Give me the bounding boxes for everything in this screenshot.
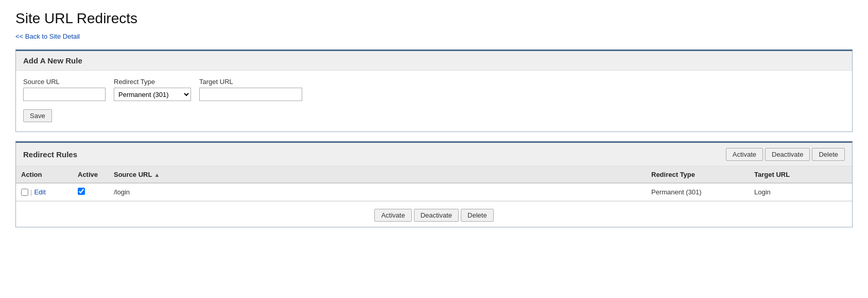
- top-activate-button[interactable]: Activate: [726, 148, 763, 161]
- rules-header-label: Redirect Rules: [23, 150, 77, 159]
- add-rule-form-row: Source URL Redirect Type Permanent (301)…: [23, 78, 845, 101]
- col-header-source: Source URL ▲: [109, 167, 646, 183]
- rules-table-head: Action Active Source URL ▲ Redirect Type…: [16, 167, 852, 183]
- rules-table-body: | Edit /login Permanent (301) Login: [16, 183, 852, 201]
- row-active-cell: [73, 183, 109, 201]
- separator: |: [30, 188, 32, 196]
- rules-header-row: Redirect Rules Activate Deactivate Delet…: [16, 143, 852, 167]
- top-deactivate-button[interactable]: Deactivate: [765, 148, 810, 161]
- redirect-type-select[interactable]: Permanent (301) Temporary (302): [114, 88, 191, 101]
- edit-link[interactable]: Edit: [34, 188, 45, 196]
- top-btn-group: Activate Deactivate Delete: [726, 148, 845, 161]
- row-action-cell: | Edit: [16, 183, 73, 201]
- col-header-action: Action: [16, 167, 73, 183]
- col-header-source-label: Source URL: [114, 171, 152, 178]
- source-url-group: Source URL: [23, 78, 106, 101]
- row-target-cell: Login: [749, 183, 852, 201]
- target-url-label: Target URL: [199, 78, 302, 86]
- row-checkbox[interactable]: [21, 189, 28, 196]
- table-row: | Edit /login Permanent (301) Login: [16, 183, 852, 201]
- add-rule-section: Add A New Rule Source URL Redirect Type …: [15, 49, 853, 132]
- col-header-target: Target URL: [749, 167, 852, 183]
- page-title: Site URL Redirects: [15, 10, 853, 27]
- bottom-deactivate-button[interactable]: Deactivate: [414, 209, 459, 222]
- add-rule-body: Source URL Redirect Type Permanent (301)…: [16, 71, 852, 131]
- source-url-label: Source URL: [23, 78, 106, 86]
- add-rule-header: Add A New Rule: [16, 51, 852, 71]
- redirect-rules-section: Redirect Rules Activate Deactivate Delet…: [15, 141, 853, 227]
- bottom-btn-row: Activate Deactivate Delete: [16, 201, 852, 227]
- target-url-input[interactable]: [199, 88, 302, 101]
- back-link[interactable]: << Back to Site Detail: [15, 32, 80, 40]
- sort-arrow-icon: ▲: [154, 172, 160, 178]
- col-header-active: Active: [73, 167, 109, 183]
- col-header-redirect: Redirect Type: [646, 167, 749, 183]
- row-active-checkbox[interactable]: [78, 188, 85, 195]
- redirect-type-group: Redirect Type Permanent (301) Temporary …: [114, 78, 191, 101]
- bottom-activate-button[interactable]: Activate: [374, 209, 411, 222]
- target-url-group: Target URL: [199, 78, 302, 101]
- source-url-input[interactable]: [23, 88, 106, 101]
- bottom-delete-button[interactable]: Delete: [461, 209, 494, 222]
- redirect-type-label: Redirect Type: [114, 78, 191, 86]
- rules-table: Action Active Source URL ▲ Redirect Type…: [16, 167, 852, 201]
- row-redirect-cell: Permanent (301): [646, 183, 749, 201]
- row-source-cell: /login: [109, 183, 646, 201]
- rules-table-header-row: Action Active Source URL ▲ Redirect Type…: [16, 167, 852, 183]
- top-delete-button[interactable]: Delete: [812, 148, 845, 161]
- save-button[interactable]: Save: [23, 109, 52, 122]
